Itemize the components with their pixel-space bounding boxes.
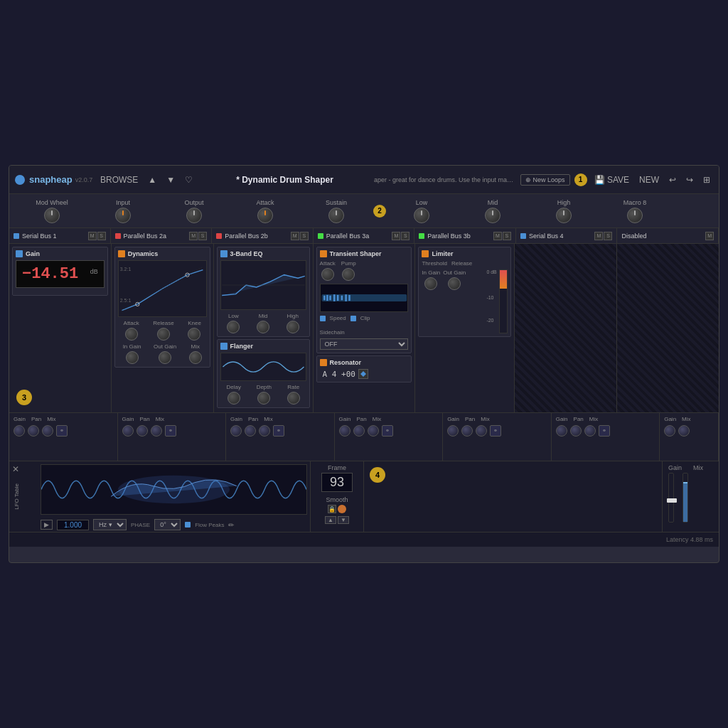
s-btn-4[interactable]: S bbox=[604, 232, 612, 240]
frame-value[interactable]: 93 bbox=[321, 473, 353, 492]
down-button[interactable]: ▼ bbox=[164, 173, 178, 186]
strip-gain-knob-3[interactable] bbox=[230, 425, 242, 437]
arrow-up-button[interactable]: ▲ bbox=[325, 516, 336, 524]
dynamics-mix-knob[interactable] bbox=[189, 351, 202, 364]
macro-low-knob[interactable] bbox=[414, 208, 429, 223]
gain-fader[interactable] bbox=[668, 473, 674, 523]
bus-serial-4[interactable]: Serial Bus 4 M S bbox=[516, 228, 618, 243]
bus-disabled[interactable]: Disabled M bbox=[617, 228, 719, 243]
lfo-close-button[interactable]: ✕ bbox=[12, 464, 19, 474]
dynamics-enable[interactable] bbox=[118, 250, 125, 257]
strip-link-2[interactable]: ⚭ bbox=[165, 425, 176, 437]
s-btn-3b[interactable]: S bbox=[503, 232, 511, 240]
resonator-value[interactable]: A 4 +00 bbox=[323, 370, 355, 379]
up-button[interactable]: ▲ bbox=[145, 173, 159, 186]
transient-pump-knob[interactable] bbox=[342, 268, 355, 281]
strip-gain-knob-6[interactable] bbox=[556, 425, 567, 437]
m-btn-1[interactable]: M bbox=[88, 232, 97, 240]
strip-mix-knob-1[interactable] bbox=[42, 425, 53, 437]
limiter-enable[interactable] bbox=[422, 250, 429, 257]
speed-enable[interactable] bbox=[320, 316, 326, 321]
m-btn-disabled[interactable]: M bbox=[705, 232, 714, 240]
strip-mix-knob-4[interactable] bbox=[368, 425, 379, 437]
save-button[interactable]: 💾 SAVE bbox=[592, 173, 632, 186]
flanger-rate-knob[interactable] bbox=[287, 392, 300, 405]
arrow-down-button[interactable]: ▼ bbox=[338, 516, 349, 524]
limiter-outgain-knob[interactable] bbox=[448, 277, 461, 290]
heart-button[interactable]: ♡ bbox=[182, 173, 196, 186]
m-btn-4[interactable]: M bbox=[594, 232, 603, 240]
macro-attack-knob[interactable] bbox=[257, 208, 273, 223]
new-button[interactable]: NEW bbox=[636, 173, 662, 186]
smooth-lock-button[interactable]: 🔒 bbox=[328, 505, 336, 513]
strip-link-1[interactable]: ⚭ bbox=[56, 425, 68, 437]
bus-parallel-2a[interactable]: Parallel Bus 2a M S bbox=[111, 228, 213, 243]
flanger-enable[interactable] bbox=[220, 343, 228, 350]
s-btn-1[interactable]: S bbox=[97, 232, 106, 240]
macro-output-knob[interactable] bbox=[186, 208, 202, 223]
strip-pan-knob-2[interactable] bbox=[136, 425, 148, 437]
strip-pan-knob-4[interactable] bbox=[353, 425, 365, 437]
bus-parallel-3a[interactable]: Parallel Bus 3a M S bbox=[314, 228, 415, 243]
eq-enable[interactable] bbox=[220, 250, 228, 257]
strip-mix-knob-5[interactable] bbox=[476, 425, 487, 437]
lfo-waveform[interactable] bbox=[41, 464, 307, 515]
strip-link-6[interactable]: ⚭ bbox=[599, 425, 610, 437]
strip-mix-knob-7[interactable] bbox=[678, 425, 690, 437]
strip-link-4[interactable]: ⚭ bbox=[382, 425, 393, 437]
eq-low-knob[interactable] bbox=[227, 321, 240, 333]
lfo-waveform-enable[interactable] bbox=[185, 522, 191, 528]
bus-parallel-3b[interactable]: Parallel Bus 3b M S bbox=[414, 228, 516, 243]
limiter-ingain-knob[interactable] bbox=[424, 277, 437, 290]
browse-button[interactable]: BROWSE bbox=[97, 173, 141, 186]
m-btn-3b[interactable]: M bbox=[493, 232, 502, 240]
s-btn-2b[interactable]: S bbox=[300, 232, 309, 240]
bus-serial-1[interactable]: Serial Bus 1 M S bbox=[9, 228, 111, 243]
lfo-hz-select[interactable]: Hz ▾ bbox=[93, 519, 127, 530]
strip-pan-knob-5[interactable] bbox=[461, 425, 473, 437]
new-loops-button[interactable]: ⊕ New Loops bbox=[520, 174, 570, 186]
m-btn-2b[interactable]: M bbox=[291, 232, 299, 240]
dynamics-release-knob[interactable] bbox=[157, 328, 170, 341]
mix-fader[interactable] bbox=[682, 473, 688, 523]
macro-modwheel-knob[interactable] bbox=[44, 208, 60, 223]
strip-gain-knob-1[interactable] bbox=[14, 425, 25, 437]
m-btn-3a[interactable]: M bbox=[392, 232, 400, 240]
dynamics-outgain-knob[interactable] bbox=[159, 351, 171, 364]
bus-parallel-2b[interactable]: Parallel Bus 2b M S bbox=[212, 228, 314, 243]
strip-link-5[interactable]: ⚭ bbox=[490, 425, 501, 437]
macro-high-knob[interactable] bbox=[556, 208, 572, 223]
resonator-enable[interactable] bbox=[320, 359, 327, 366]
gain-fader-handle[interactable] bbox=[667, 498, 677, 503]
lfo-edit-button[interactable]: ✏ bbox=[228, 521, 234, 529]
s-btn-3a[interactable]: S bbox=[401, 232, 410, 240]
transient-enable[interactable] bbox=[320, 250, 327, 257]
strip-gain-knob-5[interactable] bbox=[447, 425, 459, 437]
lfo-phase-select[interactable]: 0° bbox=[154, 519, 181, 530]
clip-enable[interactable] bbox=[350, 316, 356, 321]
lfo-freq-display[interactable]: 1.000 bbox=[57, 520, 89, 530]
dynamics-ingain-knob[interactable] bbox=[126, 351, 139, 364]
macro-sustain-knob[interactable] bbox=[328, 208, 344, 223]
strip-pan-knob-6[interactable] bbox=[570, 425, 582, 437]
smooth-orange-button[interactable] bbox=[338, 505, 346, 513]
gamepad-button[interactable]: ⊞ bbox=[700, 173, 713, 186]
flanger-delay-knob[interactable] bbox=[228, 392, 240, 405]
strip-mix-knob-2[interactable] bbox=[151, 425, 162, 437]
strip-gain-knob-7[interactable] bbox=[664, 425, 675, 437]
eq-mid-knob[interactable] bbox=[257, 321, 269, 333]
power-button[interactable] bbox=[15, 175, 25, 185]
m-btn-2a[interactable]: M bbox=[189, 232, 198, 240]
dynamics-attack-knob[interactable] bbox=[125, 328, 138, 341]
strip-mix-knob-3[interactable] bbox=[259, 425, 270, 437]
redo-button[interactable]: ↪ bbox=[683, 173, 696, 186]
flanger-depth-knob[interactable] bbox=[257, 392, 270, 405]
macro-8-knob[interactable] bbox=[627, 208, 643, 223]
strip-pan-knob-3[interactable] bbox=[245, 425, 256, 437]
gain-enable[interactable] bbox=[16, 250, 23, 257]
macro-input-knob[interactable] bbox=[115, 208, 131, 223]
undo-button[interactable]: ↩ bbox=[666, 173, 679, 186]
resonator-icon[interactable] bbox=[358, 369, 368, 379]
macro-mid-knob[interactable] bbox=[485, 208, 500, 223]
lfo-play-button[interactable]: ▶ bbox=[41, 520, 53, 530]
